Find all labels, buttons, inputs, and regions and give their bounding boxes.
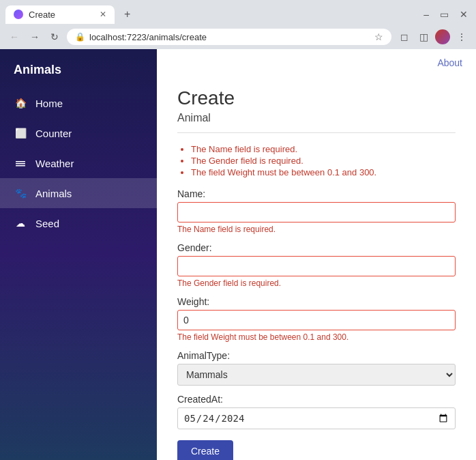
- app-container: Animals 🏠 Home ⬜ Counter: [0, 49, 476, 460]
- create-animal-form: Name: The Name field is required. Gender…: [177, 188, 456, 460]
- maximize-button[interactable]: ▭: [440, 9, 449, 20]
- page-body: Create Animal The Name field is required…: [157, 76, 476, 460]
- sidebar-item-home[interactable]: 🏠 Home: [0, 88, 157, 118]
- svg-rect-1: [16, 163, 25, 164]
- animal-type-field-group: AnimalType: Mammals Birds Reptiles Fish …: [177, 350, 456, 386]
- top-bar: About: [157, 49, 476, 76]
- sidebar-item-weather[interactable]: Weather: [0, 148, 157, 178]
- main-content: About Create Animal The Name field is re…: [157, 49, 476, 460]
- name-input[interactable]: [177, 202, 456, 222]
- browser-titlebar: Create ✕ + – ▭ ✕: [0, 0, 476, 25]
- gender-input[interactable]: [177, 256, 456, 276]
- animal-type-label: AnimalType:: [177, 350, 456, 361]
- sidebar-item-seed-label: Seed: [35, 218, 59, 229]
- browser-window: Create ✕ + – ▭ ✕ ← → ↻ 🔒 localhost:7223/…: [0, 0, 476, 460]
- sidebar-item-weather-label: Weather: [35, 158, 74, 169]
- create-button[interactable]: Create: [177, 440, 233, 460]
- seed-icon: ☁: [14, 216, 27, 230]
- sidebar-item-counter[interactable]: ⬜ Counter: [0, 118, 157, 148]
- gender-field-group: Gender: The Gender field is required.: [177, 242, 456, 288]
- sidebar-item-seed[interactable]: ☁ Seed: [0, 208, 157, 238]
- weight-error: The field Weight must be between 0.1 and…: [177, 332, 456, 342]
- browser-tab[interactable]: Create ✕: [5, 5, 115, 24]
- about-link[interactable]: About: [437, 57, 462, 68]
- tab-favicon: [14, 10, 23, 19]
- tab-title: Create: [29, 10, 55, 20]
- sidebar-item-counter-label: Counter: [35, 128, 72, 139]
- gender-error: The Gender field is required.: [177, 278, 456, 288]
- home-icon: 🏠: [14, 96, 27, 110]
- extensions-icon[interactable]: ◻: [397, 29, 412, 44]
- url-display: localhost:7223/animals/create: [89, 32, 370, 42]
- counter-icon: ⬜: [14, 126, 27, 140]
- weather-icon: [14, 156, 27, 170]
- name-label: Name:: [177, 188, 456, 199]
- bookmark-icon[interactable]: ☆: [374, 31, 383, 42]
- animal-type-select[interactable]: Mammals Birds Reptiles Fish Amphibians: [177, 364, 456, 386]
- tab-close-button[interactable]: ✕: [100, 10, 106, 19]
- error-item-gender: The Gender field is required.: [191, 156, 456, 166]
- sidebar-item-animals[interactable]: 🐾 Animals: [0, 178, 157, 208]
- menu-icon[interactable]: ⋮: [454, 29, 469, 44]
- error-item-weight: The field Weight must be between 0.1 and…: [191, 167, 456, 177]
- gender-label: Gender:: [177, 242, 456, 253]
- new-tab-button[interactable]: +: [117, 4, 137, 25]
- address-bar[interactable]: 🔒 localhost:7223/animals/create ☆: [67, 29, 391, 45]
- error-list: The Name field is required. The Gender f…: [177, 144, 456, 177]
- forward-navigation-button[interactable]: →: [27, 30, 42, 44]
- form-actions: Create Back to List: [177, 440, 456, 460]
- page-subtitle: Animal: [177, 112, 456, 124]
- profile-icon[interactable]: ◫: [416, 29, 431, 44]
- window-controls: – ▭ ✕: [423, 9, 471, 20]
- name-field-group: Name: The Name field is required.: [177, 188, 456, 234]
- svg-rect-0: [16, 161, 25, 162]
- page-title: Create: [177, 87, 456, 109]
- sidebar: Animals 🏠 Home ⬜ Counter: [0, 49, 157, 460]
- validation-errors: The Name field is required. The Gender f…: [177, 144, 456, 177]
- weight-field-group: Weight: The field Weight must be between…: [177, 296, 456, 342]
- created-at-label: CreatedAt:: [177, 394, 456, 405]
- back-navigation-button[interactable]: ←: [7, 30, 22, 44]
- created-at-field-group: CreatedAt:: [177, 394, 456, 429]
- lock-icon: 🔒: [75, 32, 85, 42]
- weight-label: Weight:: [177, 296, 456, 307]
- browser-toolbar: ← → ↻ 🔒 localhost:7223/animals/create ☆ …: [0, 25, 476, 49]
- svg-rect-2: [16, 165, 25, 167]
- refresh-button[interactable]: ↻: [48, 30, 61, 44]
- sidebar-title: Animals: [0, 49, 157, 88]
- sidebar-item-home-label: Home: [35, 98, 63, 109]
- toolbar-actions: ◻ ◫ ⋮: [397, 29, 469, 44]
- user-avatar[interactable]: [435, 29, 450, 44]
- divider: [177, 132, 456, 133]
- sidebar-nav: 🏠 Home ⬜ Counter Weather: [0, 88, 157, 238]
- error-item-name: The Name field is required.: [191, 144, 456, 154]
- close-window-button[interactable]: ✕: [460, 9, 468, 20]
- animals-icon: 🐾: [14, 186, 27, 200]
- name-error: The Name field is required.: [177, 225, 456, 234]
- sidebar-item-animals-label: Animals: [35, 188, 72, 199]
- minimize-button[interactable]: –: [423, 9, 429, 20]
- created-at-input[interactable]: [177, 407, 456, 429]
- weight-input[interactable]: [177, 310, 456, 330]
